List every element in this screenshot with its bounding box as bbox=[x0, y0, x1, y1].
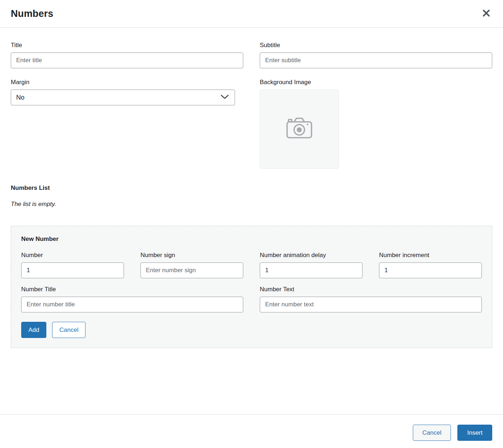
page-title: Numbers bbox=[11, 8, 53, 19]
close-icon bbox=[483, 9, 490, 18]
chevron-down-icon bbox=[221, 94, 229, 101]
number-sign-field: Number sign bbox=[140, 251, 243, 278]
margin-field: Margin No bbox=[11, 78, 243, 169]
margin-select-value: No bbox=[16, 94, 24, 101]
numbers-list-empty-text: The list is empty. bbox=[11, 201, 492, 208]
add-button[interactable]: Add bbox=[21, 322, 46, 338]
background-image-field: Background Image bbox=[260, 78, 492, 169]
number-text-input[interactable] bbox=[260, 297, 482, 312]
number-input[interactable] bbox=[21, 262, 124, 278]
camera-icon bbox=[284, 116, 315, 142]
title-label: Title bbox=[11, 41, 243, 49]
new-number-panel: New Number Number Number sign Number ani… bbox=[11, 226, 492, 348]
number-increment-input[interactable] bbox=[379, 262, 482, 278]
number-animation-delay-input[interactable] bbox=[260, 262, 363, 278]
margin-label: Margin bbox=[11, 78, 243, 86]
number-title-input[interactable] bbox=[21, 297, 243, 312]
subtitle-field: Subtitle bbox=[260, 41, 492, 68]
number-title-field: Number Title bbox=[21, 285, 243, 312]
modal-footer: Cancel Insert bbox=[0, 414, 503, 448]
number-sign-input[interactable] bbox=[140, 262, 243, 278]
new-number-heading: New Number bbox=[21, 236, 482, 243]
subtitle-input[interactable] bbox=[260, 52, 492, 68]
background-image-label: Background Image bbox=[260, 78, 492, 86]
insert-button[interactable]: Insert bbox=[457, 425, 492, 441]
number-text-field: Number Text bbox=[260, 285, 482, 312]
title-input[interactable] bbox=[11, 52, 243, 68]
cancel-button[interactable]: Cancel bbox=[413, 425, 451, 441]
number-label: Number bbox=[21, 251, 124, 259]
number-increment-field: Number increment bbox=[379, 251, 482, 278]
number-animation-delay-label: Number animation delay bbox=[260, 251, 363, 259]
modal-body: Title Subtitle Margin No bbox=[0, 28, 503, 414]
number-title-label: Number Title bbox=[21, 285, 243, 293]
background-image-uploader[interactable] bbox=[260, 90, 339, 169]
number-field: Number bbox=[21, 251, 124, 278]
number-animation-delay-field: Number animation delay bbox=[260, 251, 363, 278]
numbers-list-heading: Numbers List bbox=[11, 184, 492, 192]
modal-header: Numbers bbox=[0, 0, 503, 28]
close-button[interactable] bbox=[480, 7, 492, 20]
panel-cancel-button[interactable]: Cancel bbox=[52, 322, 86, 338]
subtitle-label: Subtitle bbox=[260, 41, 492, 49]
number-increment-label: Number increment bbox=[379, 251, 482, 259]
title-field: Title bbox=[11, 41, 243, 68]
margin-select[interactable]: No bbox=[11, 90, 235, 105]
number-sign-label: Number sign bbox=[140, 251, 243, 259]
number-text-label: Number Text bbox=[260, 285, 482, 293]
numbers-modal: Numbers Title Subtitle Margin bbox=[0, 0, 503, 448]
